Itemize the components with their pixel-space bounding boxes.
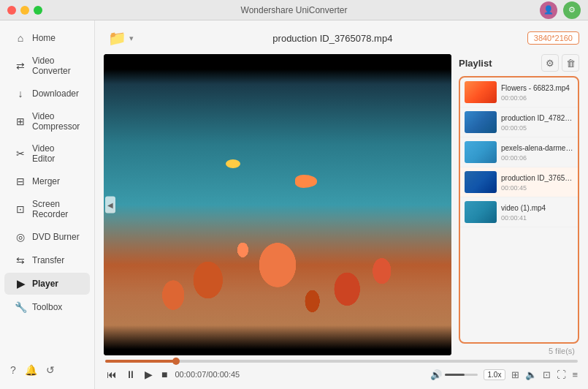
volume-fill (445, 374, 465, 376)
progress-track[interactable] (105, 360, 578, 363)
aspect-ratio-icon[interactable]: ⊞ (511, 369, 519, 380)
sidebar-label-video-editor: Video Editor (32, 143, 80, 164)
minimize-button[interactable] (20, 6, 29, 15)
sidebar-item-toolbox[interactable]: 🔧 Toolbox (4, 296, 90, 318)
rewind-button[interactable]: ⏮ (105, 367, 118, 382)
close-button[interactable] (7, 6, 16, 15)
playlist-item-2[interactable]: production ID_4782485.mp4 00:00:05 (460, 107, 578, 137)
transfer-icon: ⇆ (15, 254, 26, 266)
playlist-thumb-2 (465, 111, 497, 133)
progress-area (104, 360, 579, 363)
subtitle-icon[interactable]: ⊡ (543, 369, 551, 380)
sidebar-item-dvd-burner[interactable]: ◎ DVD Burner (4, 226, 90, 248)
volume-icon[interactable]: 🔊 (430, 369, 442, 380)
screen-recorder-icon: ⊡ (15, 203, 26, 215)
volume-slider[interactable] (445, 374, 478, 376)
help-icon[interactable]: ? (10, 364, 16, 376)
fullscreen-icon[interactable]: ⛶ (557, 369, 566, 380)
playlist-thumb-5 (465, 201, 497, 223)
sidebar-item-video-editor[interactable]: ✂ Video Editor (4, 138, 90, 169)
player-icon: ▶ (15, 278, 26, 290)
playlist-info-5: video (1).mp4 00:00:41 (501, 203, 573, 222)
sidebar-label-screen-recorder: Screen Recorder (32, 199, 80, 219)
sidebar-label-video-converter: Video Converter (32, 56, 80, 76)
toolbox-icon: 🔧 (15, 301, 26, 313)
sidebar-label-transfer: Transfer (32, 255, 64, 265)
playlist-thumb-4 (465, 171, 497, 193)
progress-thumb[interactable] (172, 358, 180, 365)
controls-bar: ⏮ ⏸ ▶ ■ 00:00:07/00:00:45 🔊 1.0x ⊞ 🔈 ⊡ ⛶… (104, 367, 579, 382)
sidebar: ⌂ Home ⇄ Video Converter ↓ Downloader ⊞ … (0, 20, 95, 389)
playlist-name-1: Flowers - 66823.mp4 (501, 83, 573, 93)
stop-button[interactable]: ■ (160, 367, 169, 382)
total-time: 00:00:45 (208, 370, 240, 379)
merger-icon: ⊟ (15, 175, 26, 187)
file-title: production ID_3765078.mp4 (138, 33, 527, 44)
playlist-duration-4: 00:00:45 (501, 184, 573, 192)
video-converter-icon: ⇄ (15, 60, 26, 72)
traffic-lights (7, 6, 42, 15)
playlist-info-2: production ID_4782485.mp4 00:00:05 (501, 113, 573, 132)
playlist-info-1: Flowers - 66823.mp4 00:00:06 (501, 83, 573, 102)
playlist-panel: Playlist ⚙ 🗑 Flowers - 66823.mp4 00:00:0… (459, 54, 579, 355)
main-content: 📁 ▾ production ID_3765078.mp4 3840*2160 … (95, 20, 588, 389)
sidebar-label-toolbox: Toolbox (32, 302, 62, 312)
sidebar-item-transfer[interactable]: ⇆ Transfer (4, 249, 90, 271)
video-overlay (104, 54, 451, 355)
audio-icon[interactable]: 🔈 (525, 369, 537, 380)
playlist-list: Flowers - 66823.mp4 00:00:06 production … (460, 78, 578, 342)
playlist-title: Playlist (459, 58, 492, 69)
playlist-item-4[interactable]: production ID_3765078.mp4 00:00:45 (460, 167, 578, 197)
playlist-info-4: production ID_3765078.mp4 00:00:45 (501, 173, 573, 192)
file-count: 5 file(s) (549, 347, 575, 355)
settings-icon[interactable]: ⚙ (563, 1, 581, 19)
video-editor-icon: ✂ (15, 148, 26, 159)
playlist-settings-button[interactable]: ⚙ (541, 54, 559, 72)
top-bar: 📁 ▾ production ID_3765078.mp4 3840*2160 (104, 28, 579, 48)
progress-fill (105, 360, 176, 363)
playlist-item-3[interactable]: pexels-alena-darmel-...0 (7).mp4 00:00:0… (460, 137, 578, 167)
playlist-duration-3: 00:00:06 (501, 154, 573, 162)
playlist-name-3: pexels-alena-darmel-...0 (7).mp4 (501, 143, 573, 153)
sidebar-item-screen-recorder[interactable]: ⊡ Screen Recorder (4, 194, 90, 224)
middle-area: ◀ Playlist ⚙ 🗑 Flowers (104, 54, 579, 355)
playlist-delete-button[interactable]: 🗑 (562, 54, 579, 72)
playlist-toggle-icon[interactable]: ≡ (572, 369, 578, 380)
playlist-item-1[interactable]: Flowers - 66823.mp4 00:00:06 (460, 78, 578, 107)
pause-button[interactable]: ⏸ (124, 367, 137, 382)
playlist-toggle-arrow[interactable]: ◀ (105, 197, 115, 214)
add-file-icon: 📁 (108, 29, 126, 47)
play-button[interactable]: ▶ (143, 367, 154, 382)
maximize-button[interactable] (34, 6, 42, 15)
add-file-button[interactable]: 📁 ▾ (104, 28, 138, 48)
sidebar-item-video-converter[interactable]: ⇄ Video Converter (4, 50, 90, 81)
playlist-name-4: production ID_3765078.mp4 (501, 173, 573, 183)
fish-decoration (295, 175, 317, 188)
playlist-duration-2: 00:00:05 (501, 124, 573, 132)
fish-decoration-2 (226, 159, 240, 168)
speed-badge[interactable]: 1.0x (484, 369, 506, 380)
updates-icon[interactable]: ↺ (46, 364, 55, 376)
sidebar-item-home[interactable]: ⌂ Home (4, 27, 90, 49)
sidebar-label-dvd-burner: DVD Burner (32, 232, 80, 242)
playlist-actions: ⚙ 🗑 (541, 54, 579, 72)
sidebar-bottom: ? 🔔 ↺ (0, 357, 94, 383)
downloader-icon: ↓ (15, 88, 26, 99)
playlist-list-wrapper: Flowers - 66823.mp4 00:00:06 production … (459, 76, 579, 344)
playlist-duration-5: 00:00:41 (501, 214, 573, 222)
sidebar-item-merger[interactable]: ⊟ Merger (4, 170, 90, 192)
title-icons: 👤 ⚙ (540, 1, 581, 19)
user-icon[interactable]: 👤 (540, 1, 557, 19)
playlist-item-5[interactable]: video (1).mp4 00:00:41 (460, 197, 578, 227)
sidebar-item-video-compressor[interactable]: ⊞ Video Compressor (4, 106, 90, 137)
volume-area: 🔊 (430, 369, 478, 380)
playlist-header: Playlist ⚙ 🗑 (459, 54, 579, 72)
video-player[interactable]: ◀ (104, 54, 451, 355)
add-chevron-icon: ▾ (129, 34, 134, 43)
notifications-icon[interactable]: 🔔 (25, 364, 37, 376)
playlist-footer: 5 file(s) (459, 344, 579, 355)
sidebar-item-downloader[interactable]: ↓ Downloader (4, 83, 90, 105)
playlist-name-5: video (1).mp4 (501, 203, 573, 213)
playlist-thumb-1 (465, 81, 497, 103)
sidebar-item-player[interactable]: ▶ Player (4, 273, 90, 295)
